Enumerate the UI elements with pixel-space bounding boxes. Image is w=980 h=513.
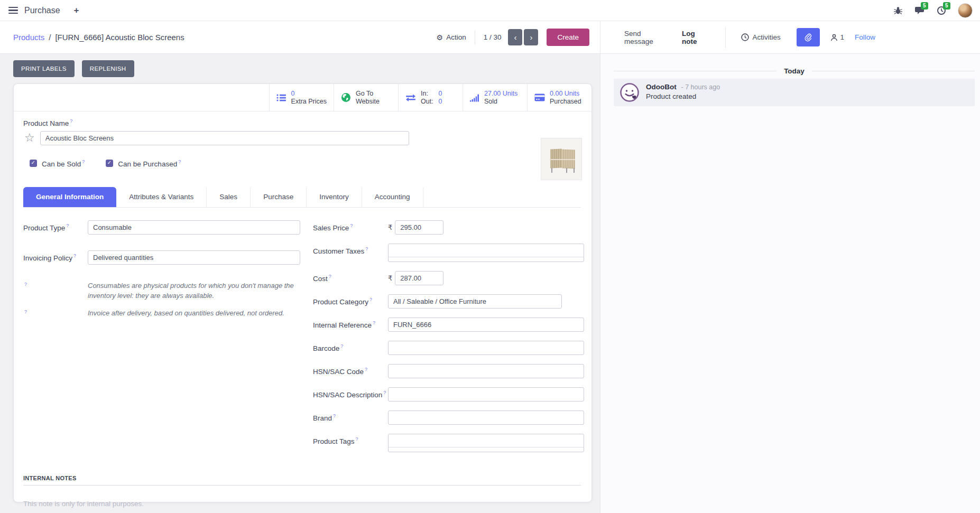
website-line2: Website	[356, 98, 380, 106]
help-marker: ?	[340, 343, 343, 349]
log-note-button[interactable]: Log note	[682, 30, 707, 45]
help-marker: ?	[383, 390, 386, 395]
apps-menu-icon[interactable]	[8, 7, 18, 14]
units-purchased-value: 0.00 Units	[550, 90, 581, 98]
can-be-sold-label: Can be Sold?	[42, 159, 85, 168]
date-divider-label: Today	[784, 67, 805, 75]
field-customer-taxes: Customer Taxes?	[313, 244, 584, 262]
field-cost: Cost? ₹	[313, 271, 584, 285]
tab-sales[interactable]: Sales	[207, 187, 251, 207]
invoicing-policy-input[interactable]	[88, 250, 300, 265]
chatter-panel: Send message Log note Activities	[600, 21, 980, 513]
hsn-code-input[interactable]	[388, 364, 584, 378]
favorite-star-icon[interactable]	[24, 132, 35, 144]
credit-card-icon	[534, 94, 545, 101]
units-sold-stat-button[interactable]: 27.00 Units Sold	[463, 84, 527, 111]
message-author[interactable]: OdooBot	[646, 83, 677, 91]
sales-price-input[interactable]	[395, 220, 443, 235]
cost-input[interactable]	[395, 271, 443, 285]
help-marker: ?	[365, 367, 367, 372]
units-purchased-stat-button[interactable]: 0.00 Units Purchased	[527, 84, 591, 111]
customer-taxes-input[interactable]	[388, 244, 584, 262]
barcode-input[interactable]	[388, 341, 584, 355]
gear-icon	[437, 33, 443, 42]
product-tags-input[interactable]	[388, 434, 584, 452]
brand-input[interactable]	[388, 411, 584, 425]
extra-prices-label: Extra Prices	[291, 98, 327, 106]
consumable-help-text: Consumables are physical products for wh…	[88, 281, 304, 301]
product-type-input[interactable]	[88, 220, 300, 235]
hsn-description-input[interactable]	[388, 387, 584, 402]
create-button[interactable]: Create	[547, 29, 589, 46]
field-internal-reference: Internal Reference?	[313, 318, 584, 332]
chatter-message[interactable]: OdooBot - 7 hours ago Product created	[614, 79, 975, 106]
help-marker: ?	[70, 118, 72, 124]
schedule-activity-button[interactable]: Activities	[741, 33, 780, 41]
top-navbar: Purchase 5 5	[0, 0, 980, 21]
help-marker: ?	[73, 253, 76, 258]
internal-reference-input[interactable]	[388, 318, 584, 332]
divider	[725, 27, 726, 48]
followers-button[interactable]: 1	[830, 33, 844, 41]
website-line1: Go To	[356, 90, 380, 98]
notebook-tabs: General Information Attributes & Variant…	[23, 187, 581, 208]
help-marker: ?	[66, 223, 69, 228]
followers-count: 1	[840, 33, 844, 41]
screen-panel	[550, 148, 562, 168]
activities-badge: 5	[943, 2, 950, 10]
replenish-button[interactable]: REPLENISH	[82, 60, 134, 77]
follow-button[interactable]: Follow	[855, 33, 875, 41]
breadcrumb: Products / [FURN_6666] Acoustic Bloc Scr…	[13, 33, 184, 42]
form-view: PRINT LABELS REPLENISH	[0, 54, 600, 513]
user-avatar[interactable]	[958, 3, 973, 18]
pager-previous-button[interactable]: ‹	[508, 29, 522, 45]
help-marker: ?	[329, 274, 331, 279]
field-hsn-code: HSN/SAC Code?	[313, 364, 584, 378]
action-menu-button[interactable]: Action	[437, 33, 466, 42]
bar-chart-icon	[470, 94, 479, 102]
main-column: Products / [FURN_6666] Acoustic Bloc Scr…	[0, 21, 600, 513]
go-to-website-stat-button[interactable]: Go To Website	[334, 84, 398, 111]
print-labels-button[interactable]: PRINT LABELS	[13, 60, 75, 77]
attach-files-button[interactable]	[797, 28, 820, 46]
product-image[interactable]	[541, 138, 582, 180]
globe-icon	[341, 92, 351, 102]
units-sold-label: Sold	[484, 98, 517, 106]
message-timestamp: - 7 hours ago	[681, 83, 720, 91]
screen-leg	[574, 168, 575, 173]
extra-prices-stat-button[interactable]: 0 Extra Prices	[269, 84, 334, 111]
field-hsn-description: HSN/SAC Description?	[313, 387, 584, 402]
tab-accounting[interactable]: Accounting	[362, 187, 423, 207]
field-product-tags: Product Tags?	[313, 434, 584, 452]
debug-bug-icon[interactable]	[893, 6, 903, 15]
help-marker: ?	[369, 297, 372, 302]
messages-badge: 5	[921, 2, 928, 10]
list-icon	[276, 94, 286, 102]
tab-general-information[interactable]: General Information	[23, 187, 116, 207]
internal-notes-placeholder[interactable]: This note is only for internal purposes.	[23, 500, 581, 508]
breadcrumb-current: [FURN_6666] Acoustic Bloc Screens	[55, 33, 184, 42]
pager-next-button[interactable]: ›	[524, 29, 538, 45]
messages-menu[interactable]: 5	[914, 6, 925, 15]
product-name-input[interactable]	[40, 131, 409, 145]
tab-attributes-variants[interactable]: Attributes & Variants	[116, 187, 207, 207]
invoicing-help-text: Invoice after delivery, based on quantit…	[88, 308, 304, 318]
product-category-input[interactable]	[388, 294, 562, 309]
breadcrumb-products-link[interactable]: Products	[13, 33, 44, 42]
control-panel: Products / [FURN_6666] Acoustic Bloc Scr…	[0, 21, 600, 54]
pager-value: 1 / 30	[484, 33, 502, 41]
can-be-sold-checkbox[interactable]	[30, 160, 37, 167]
tab-purchase[interactable]: Purchase	[251, 187, 307, 207]
in-value: 0	[438, 90, 442, 97]
can-be-sold-option: Can be Sold?	[30, 159, 85, 168]
tab-inventory[interactable]: Inventory	[307, 187, 362, 207]
person-icon	[830, 34, 838, 41]
can-be-purchased-checkbox[interactable]	[106, 160, 113, 167]
send-message-button[interactable]: Send message	[624, 30, 664, 45]
inventory-moves-stat-button[interactable]: In: 0 Out: 0	[398, 84, 463, 111]
plus-icon[interactable]	[74, 5, 79, 16]
app-name[interactable]: Purchase	[24, 6, 60, 15]
field-product-type: Product Type?	[23, 220, 313, 235]
field-sales-price: Sales Price? ₹	[313, 220, 584, 235]
activities-menu[interactable]: 5	[937, 6, 946, 15]
